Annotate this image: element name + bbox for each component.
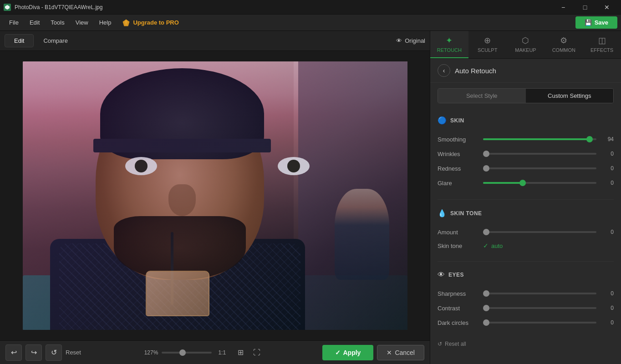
sharpness-track [483,289,596,298]
zoom-percent: 127% [140,349,158,356]
undo-button[interactable]: ↩ [5,344,22,361]
back-button[interactable]: ‹ [438,64,450,77]
fullscreen-button[interactable]: ⛶ [250,346,263,359]
amount-track-bar [483,231,596,233]
compare-tab[interactable]: Compare [34,34,77,47]
apply-button[interactable]: ✓ Apply [322,345,374,360]
original-button[interactable]: 👁 Original [396,37,425,44]
tab-common[interactable]: ⚙ COMMON [545,31,583,58]
close-button[interactable]: ✕ [596,0,617,15]
amount-track [483,228,596,237]
glare-track [483,178,596,187]
right-panel: ✦ RETOUCH ⊕ SCULPT ⬡ MAKEUP ⚙ COMMON ◫ E… [430,31,621,364]
upgrade-button[interactable]: Upgrade to PRO [117,17,184,29]
zoom-controls: 127% 1:1 [140,349,229,357]
contrast-track [483,303,596,313]
photo-eye-right-iris [278,157,310,175]
skin-section: 🔵 SKIN Smoothing 94 Wrink [430,109,621,197]
reset-button[interactable]: ↺ [46,344,62,361]
skin-tone-row: Skin tone ✓ auto [438,239,614,252]
tab-retouch[interactable]: ✦ RETOUCH [430,31,468,58]
sculpt-icon: ⊕ [484,35,491,46]
fit-view-button[interactable]: ⊞ [234,346,247,359]
smoothing-row: Smoothing 94 [438,132,614,147]
zoom-slider[interactable] [162,352,212,354]
smoothing-value: 94 [601,136,614,142]
maximize-button[interactable]: □ [575,0,596,15]
skin-tone-section: 💧 SKIN TONE Amount 0 Skin [430,202,621,259]
edit-bar: Edit Compare 👁 Original [0,31,430,51]
tab-effects[interactable]: ◫ EFFECTS [583,31,621,58]
sculpt-label: SCULPT [478,47,497,53]
dark-circles-track-bar [483,322,596,324]
contrast-row: Contrast 0 [438,301,614,315]
contrast-thumb[interactable] [483,305,489,311]
makeup-icon: ⬡ [522,35,529,46]
photo-scene [23,61,407,330]
contrast-value: 0 [601,305,614,311]
menu-edit[interactable]: Edit [24,17,45,28]
sharpness-track-bar [483,293,596,294]
redness-thumb[interactable] [483,165,489,172]
photo-display [0,51,430,340]
bottom-toolbar: ↩ ↪ ↺ Reset 127% 1:1 ⊞ ⛶ ✓ Apply ✕ Cance… [0,340,430,364]
reset-label: Reset [66,349,81,356]
sharpness-thumb[interactable] [483,290,489,297]
save-button[interactable]: 💾 Save [575,16,617,29]
glare-label: Glare [438,180,478,187]
fit-label[interactable]: 1:1 [215,349,229,357]
redo-button[interactable]: ↪ [25,344,42,361]
amount-value: 0 [601,229,614,235]
tab-makeup[interactable]: ⬡ MAKEUP [507,31,545,58]
redness-value: 0 [601,165,614,172]
minimize-button[interactable]: − [553,0,574,15]
effects-icon: ◫ [598,35,606,46]
skin-tone-icon: 💧 [438,209,447,217]
app-icon [4,4,11,11]
photo-nose [168,184,196,216]
eyes-icon: 👁 [438,271,445,279]
reset-all-label: Reset all [445,341,466,347]
common-icon: ⚙ [560,35,567,46]
skin-icon: 🔵 [438,116,447,125]
contrast-track-bar [483,307,596,309]
sharpness-label: Sharpness [438,290,478,297]
dark-circles-thumb[interactable] [483,319,489,326]
menu-help[interactable]: Help [94,17,117,28]
skin-tone-value[interactable]: ✓ auto [483,242,503,249]
upgrade-label: Upgrade to PRO [133,19,178,26]
style-tabs: Select Style Custom Settings [438,88,614,103]
reset-all-button[interactable]: ↺ Reset all [430,337,621,351]
dark-circles-track [483,318,596,327]
divider-2 [438,261,614,262]
smoothing-track [483,135,596,144]
menu-file[interactable]: File [4,17,24,28]
tab-custom-settings[interactable]: Custom Settings [526,89,614,103]
glare-fill [483,182,523,184]
glare-value: 0 [601,180,614,186]
wrinkles-thumb[interactable] [483,151,489,157]
eyes-section: 👁 EYES Sharpness 0 Contra [430,263,621,337]
cancel-button[interactable]: ✕ Cancel [377,345,424,360]
tab-select-style[interactable]: Select Style [438,89,526,103]
menu-bar: File Edit Tools View Help Upgrade to PRO… [0,15,621,31]
photo-bg-person [335,189,389,280]
image-canvas [0,51,430,340]
title-bar-controls: − □ ✕ [553,0,617,15]
amount-thumb[interactable] [483,229,489,235]
menu-tools[interactable]: Tools [45,17,70,28]
edit-tab[interactable]: Edit [5,34,34,47]
menu-view[interactable]: View [70,17,94,28]
photo-cup [146,271,209,316]
panel-header: ‹ Auto Retouch [430,59,621,83]
glare-row: Glare 0 [438,176,614,190]
sharpness-value: 0 [601,290,614,297]
wrinkles-track [483,149,596,158]
content-area: Edit Compare 👁 Original [0,31,621,364]
smoothing-thumb[interactable] [586,136,593,142]
tab-sculpt[interactable]: ⊕ SCULPT [468,31,507,58]
skin-section-header: 🔵 SKIN [438,112,614,128]
glare-thumb[interactable] [519,180,526,186]
apply-label: Apply [343,349,361,356]
sharpness-row: Sharpness 0 [438,286,614,301]
